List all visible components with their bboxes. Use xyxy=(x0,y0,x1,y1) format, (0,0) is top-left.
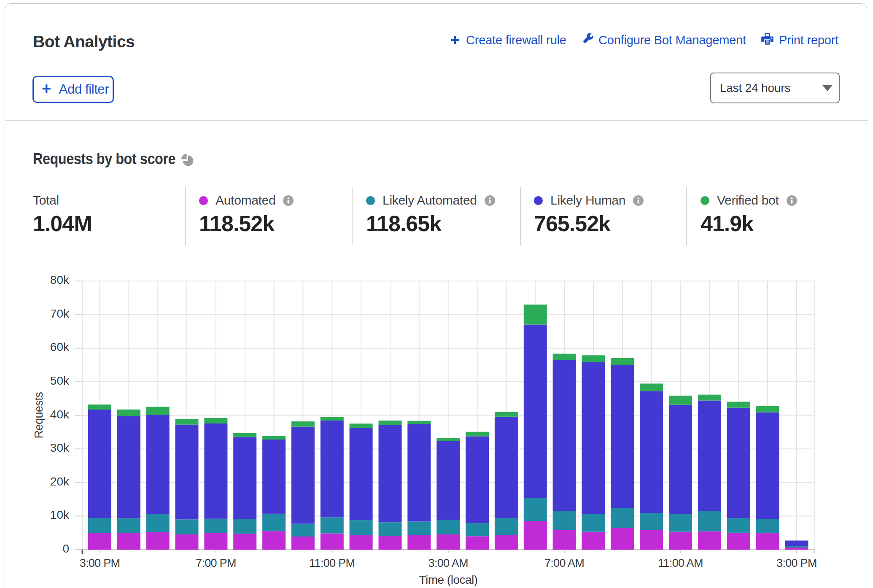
svg-text:70k: 70k xyxy=(50,307,70,320)
svg-text:80k: 80k xyxy=(50,273,70,286)
svg-text:10k: 10k xyxy=(50,508,70,521)
svg-text:7:00 PM: 7:00 PM xyxy=(196,557,236,569)
svg-text:7:00 AM: 7:00 AM xyxy=(544,557,584,569)
svg-text:30k: 30k xyxy=(50,441,70,454)
svg-text:60k: 60k xyxy=(50,340,70,353)
svg-text:Requests: Requests xyxy=(32,392,45,438)
svg-text:Time (local): Time (local) xyxy=(419,573,477,586)
svg-text:50k: 50k xyxy=(50,374,70,387)
svg-text:20k: 20k xyxy=(50,475,70,488)
svg-text:40k: 40k xyxy=(50,408,70,421)
svg-text:11:00 AM: 11:00 AM xyxy=(658,557,703,569)
svg-text:0: 0 xyxy=(62,542,69,555)
svg-text:3:00 PM: 3:00 PM xyxy=(80,557,120,569)
svg-text:3:00 PM: 3:00 PM xyxy=(776,557,817,569)
svg-text:3:00 AM: 3:00 AM xyxy=(428,557,468,569)
svg-text:11:00 PM: 11:00 PM xyxy=(309,557,355,569)
